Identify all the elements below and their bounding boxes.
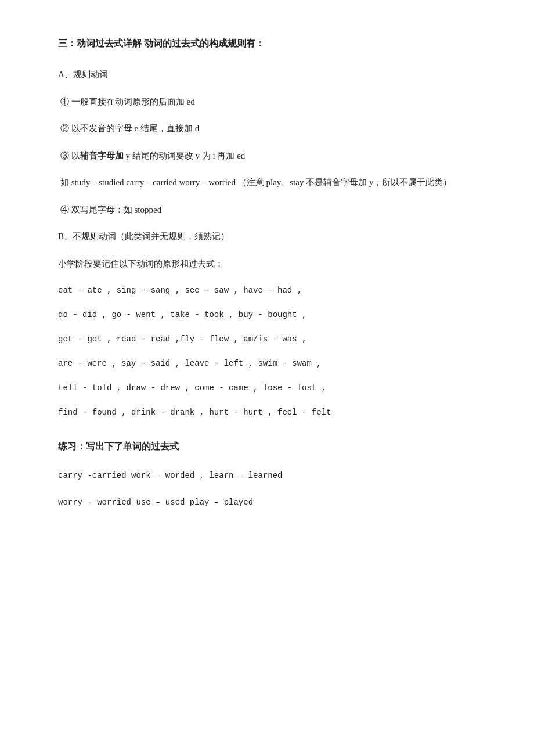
rule-1: ① 一般直接在动词原形的后面加 ed [58, 93, 476, 110]
rule-4: ④ 双写尾字母：如 stopped [58, 201, 476, 218]
rule-2: ② 以不发音的字母 e 结尾，直接加 d [58, 120, 476, 137]
irregular-intro: 小学阶段要记住以下动词的原形和过去式： [58, 255, 476, 272]
exercise-line-1: carry -carried work – worded , learn – l… [58, 467, 476, 484]
exercise-title: 练习：写出下了单词的过去式 [58, 438, 476, 455]
verb-line-5: tell - told , draw - drew , come - came … [58, 380, 476, 396]
rule3-prefix: ③ 以 [60, 151, 80, 160]
verb-line-4: are - were , say - said , leave - left ,… [58, 355, 476, 372]
page-container: 三：动词过去式详解 动词的过去式的构成规则有： A、规则动词 ① 一般直接在动词… [0, 0, 534, 556]
rule3-suffix: y 结尾的动词要改 y 为 i 再加 ed [124, 151, 246, 160]
verb-line-6: find - found , drink - drank , hurt - hu… [58, 404, 476, 420]
verb-line-3: get - got , read - read ,fly - flew , am… [58, 331, 476, 347]
subsection-a: A、规则动词 [58, 66, 476, 83]
exercise-line-2: worry - worried use – used play – played [58, 494, 476, 510]
verb-line-2: do - did , go - went , take - took , buy… [58, 307, 476, 323]
subsection-b: B、不规则动词（此类词并无规则，须熟记） [58, 228, 476, 245]
section-title: 三：动词过去式详解 动词的过去式的构成规则有： [58, 35, 476, 52]
rule-3: ③ 以辅音字母加 y 结尾的动词要改 y 为 i 再加 ed [58, 147, 476, 164]
rule3-bold: 辅音字母加 [80, 151, 124, 160]
verb-line-1: eat - ate , sing - sang , see - saw , ha… [58, 282, 476, 298]
rule-3-example: 如 study – studied carry – carried worry … [58, 174, 476, 191]
